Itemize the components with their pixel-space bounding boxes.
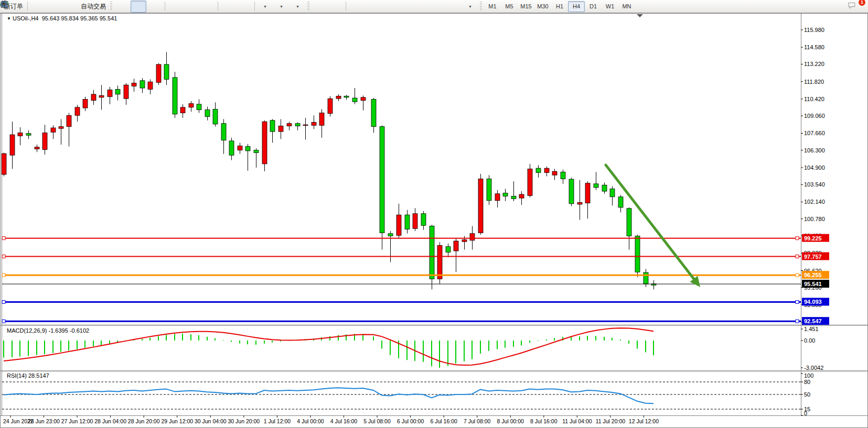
signals-button[interactable] [62,1,78,13]
toolbar-grip [480,2,482,11]
candle-body [262,122,267,164]
time-axis-label: 6 Jul 16:00 [430,418,457,424]
timeframe-button-M15[interactable]: M15 [518,1,534,12]
line-handle-right[interactable] [796,255,799,258]
toolbar-grip [307,2,309,11]
toolbar-divider [254,2,255,11]
candle-body [478,179,483,233]
zoom-out-button[interactable] [184,1,199,13]
candle-body [470,234,475,240]
periods-button[interactable]: ▾ [273,1,289,13]
favorites-button[interactable] [30,1,46,13]
candle-body [180,107,185,113]
price-badge-95.541: 95.541 [802,280,829,288]
market-watch-button[interactable] [46,1,62,13]
symbol-dropdown-marker[interactable]: ▼ [7,16,11,21]
svg-text:95.541: 95.541 [804,281,822,287]
timeframe-button-H4[interactable]: H4 [568,1,585,12]
notifications-button[interactable]: 1 [847,1,863,13]
macd-values: -1.6395 -0.6102 [48,327,89,334]
chart-shift-button[interactable] [237,1,252,13]
price-axis-label: 104.900 [804,164,825,171]
trendline-tool-button[interactable] [381,1,397,13]
price-badge-99.225: 99.225 [802,234,829,242]
fibonacci-tool-button[interactable]: F [413,1,429,13]
line-handle-left[interactable] [2,320,5,323]
search-button[interactable] [828,1,844,13]
new-chart-button[interactable]: ▾ [257,1,273,13]
chart-background [0,13,868,427]
arrows-tool-button[interactable]: ▾ [462,1,478,13]
candle-body [446,247,451,253]
timeframe-button-M30[interactable]: M30 [534,1,551,12]
time-axis-label: 4 Jul 16:00 [330,418,358,424]
line-handle-left[interactable] [2,300,5,303]
autotrading-label: 自动交易 [81,2,106,11]
rsi-axis-label: 50 [804,391,810,398]
candle-body [189,104,194,107]
candle-body [594,184,598,188]
timeframe-button-M1[interactable]: M1 [484,1,501,12]
time-axis-label: 30 Jun 20:00 [228,418,260,424]
price-axis-label: 115.980 [804,27,824,33]
line-handle-right[interactable] [796,273,799,277]
candle-body [462,240,467,242]
line-handle-left[interactable] [2,255,5,258]
text-tool-button[interactable]: A [430,1,445,13]
time-axis-label: 30 Jun 04:00 [195,418,227,424]
candle-chart-mode-button[interactable] [131,1,146,13]
candle-body [312,122,316,125]
candle-body [421,214,426,226]
cursor-tool-button[interactable] [312,1,327,13]
timeframe-button-M5[interactable]: M5 [501,1,518,12]
candle-body [229,141,234,155]
candle-body [371,99,376,126]
time-axis-label: 12 Jul 12:00 [629,418,659,424]
candle-body [336,96,341,98]
candle-body [35,147,39,149]
chart-canvas: 115.980114.580113.220111.820110.420109.0… [0,0,868,428]
candle-body [437,245,442,279]
bar-chart-mode-button[interactable] [114,1,130,13]
candle-body [164,64,169,79]
timeframe-button-H1[interactable]: H1 [551,1,568,12]
line-handle-right[interactable] [796,320,799,323]
line-handle-right[interactable] [796,300,799,303]
line-handle-left[interactable] [2,273,5,277]
auto-scroll-button[interactable] [220,1,236,13]
crosshair-tool-button[interactable] [328,1,344,13]
price-axis-label: 111.820 [804,79,824,85]
time-axis-label: 8 Jul 16:00 [530,418,558,424]
candle-body [610,189,615,196]
timeframe-button-D1[interactable]: D1 [585,1,602,12]
candle-body [528,169,532,195]
candle-body [618,197,623,207]
channel-tool-button[interactable]: E [397,1,413,13]
line-handle-left[interactable] [2,237,5,240]
price-axis-label: 110.420 [804,96,824,102]
price-badge-97.757: 97.757 [802,253,829,260]
text-label-tool-button[interactable]: T [446,1,462,13]
candle-body [495,194,500,201]
svg-text:96.255: 96.255 [804,272,822,278]
line-handle-right[interactable] [796,237,799,240]
time-axis-label: 29 Jun 12:00 [161,418,193,424]
candle-body [148,82,153,89]
timeframe-button-W1[interactable]: W1 [602,1,618,12]
time-axis-label: 11 Jul 20:00 [596,418,626,424]
timeframe-group: M1M5M15M30H1H4D1W1MN [484,1,635,12]
chart-header[interactable]: ▼ USOil-,H4 95.643 95.834 95.365 95.541 [7,15,117,21]
line-chart-mode-button[interactable] [147,1,163,13]
templates-button[interactable]: ▾ [290,1,305,13]
time-axis-label: 8 Jul 00:00 [497,418,524,424]
horizontal-line-tool-button[interactable] [365,1,380,13]
candle-body [413,214,417,228]
tile-windows-button[interactable] [200,1,216,13]
candle-body [561,172,565,179]
candle-body [108,90,112,97]
price-badge-96.255: 96.255 [802,271,829,279]
autotrading-button[interactable]: 自动交易 [79,1,108,13]
vertical-line-tool-button[interactable] [348,1,364,13]
timeframe-button-MN[interactable]: MN [618,1,635,12]
zoom-in-button[interactable] [167,1,183,13]
